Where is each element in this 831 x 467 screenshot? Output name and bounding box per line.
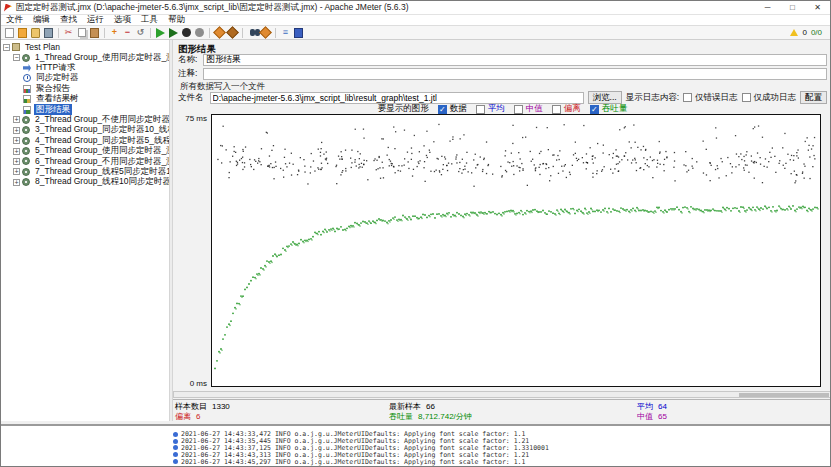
expand-handle-icon[interactable]: + [13, 179, 20, 186]
tree-item-8[interactable]: +3_Thread Group_同步定时器10_线程5_测试执行持续10s [1, 125, 169, 135]
tree-item-label: 7_Thread Group_线程5同步定时器10_测试执行10次 [33, 167, 169, 177]
tree-item-graph-results-selected[interactable]: 图形结果 [1, 104, 169, 114]
thread-group-icon [22, 147, 30, 155]
add-icon[interactable]: + [109, 27, 120, 38]
tree-item-7[interactable]: +2_Thread Group_不使用同步定时器_测试执行持续10s [1, 115, 169, 125]
log-text: 2021-06-27 14:43:45,297 INFO o.a.j.g.u.J… [181, 458, 525, 466]
checkbox-box[interactable] [476, 105, 485, 114]
start-no-pauses-icon[interactable] [168, 27, 179, 38]
tree-item-4[interactable]: 聚合报告 [1, 84, 169, 94]
help-book-icon[interactable] [293, 27, 304, 38]
search-reset-icon[interactable] [260, 27, 271, 38]
new-file-icon[interactable] [4, 27, 15, 38]
tree-item-1[interactable]: −1_Thread Group_使用同步定时器_测试执行持续10s [1, 52, 169, 62]
toolbar-separator [58, 28, 59, 38]
menu-item-2[interactable]: 编辑 [28, 14, 55, 26]
stat-样本数目: 样本数目1330 [175, 401, 230, 411]
save-icon[interactable] [43, 27, 54, 38]
test-plan-tree: −Test Plan−1_Thread Group_使用同步定时器_测试执行持续… [1, 40, 169, 421]
collapse-handle-icon[interactable]: − [3, 44, 10, 51]
stat-吞吐量: 吞吐量8,712.742/分钟 [389, 411, 472, 421]
tree-item-2[interactable]: HTTP请求 [1, 63, 169, 73]
stats-band: 样本数目1330偏离6最新样本66吞吐量8,712.742/分钟平均64中值65 [173, 399, 831, 421]
title-bar: 固定定时器测试.jmx (D:\apache-jmeter-5.6.3\jmx_… [1, 1, 830, 15]
errors-only-checkbox[interactable]: 仅错误日志 [683, 92, 738, 104]
name-label: 名称: [178, 54, 197, 66]
templates-icon[interactable] [17, 27, 28, 38]
undo-icon[interactable]: ↺ [135, 27, 146, 38]
tree-item-label: 聚合报告 [34, 84, 72, 94]
tree-item-label: HTTP请求 [34, 63, 77, 73]
clear-all-icon[interactable] [227, 27, 238, 38]
stop-icon[interactable] [181, 27, 192, 38]
search-icon[interactable] [247, 27, 258, 38]
name-input[interactable] [203, 54, 827, 66]
tree-item-0[interactable]: −Test Plan [1, 42, 169, 52]
tree-item-10[interactable]: +5_Thread Group_使用同步定时器_测试执行10次 [1, 146, 169, 156]
stat-value: 8,712.742/分钟 [418, 411, 472, 422]
stat-value: 64 [658, 402, 667, 411]
expand-handle-icon[interactable]: + [13, 158, 20, 165]
tree-item-label: 2_Thread Group_不使用同步定时器_测试执行持续10s [33, 115, 169, 125]
remove-icon[interactable]: − [122, 27, 133, 38]
copy-icon[interactable] [76, 27, 87, 38]
menu-item-3[interactable]: 查找 [55, 14, 82, 26]
expand-handle-icon[interactable]: + [13, 168, 20, 175]
menu-item-6[interactable]: 工具 [136, 14, 163, 26]
tree-item-11[interactable]: +6_Thread Group_不用同步定时器_测试执行10次 [1, 156, 169, 166]
info-icon [173, 459, 178, 464]
warning-icon[interactable] [790, 29, 798, 36]
comment-input[interactable] [203, 68, 827, 80]
toolbar: ✂+−↺≡00/0 [1, 26, 830, 40]
menu-item-7[interactable]: 帮助 [163, 14, 190, 26]
success-only-checkbox[interactable]: 仅成功日志 [742, 92, 797, 104]
tree-item-label: 6_Thread Group_不用同步定时器_测试执行10次 [33, 156, 169, 166]
menu-item-1[interactable]: 文件 [1, 14, 28, 26]
success-only-checkbox-box[interactable] [742, 93, 751, 102]
stat-label: 偏离 [175, 411, 191, 422]
expand-handle-icon[interactable]: + [13, 137, 20, 144]
cut-icon[interactable]: ✂ [63, 27, 74, 38]
maximize-button[interactable]: □ [780, 1, 805, 14]
expand-handle-icon[interactable]: + [13, 116, 20, 123]
checkbox-box[interactable] [552, 105, 561, 114]
tree-item-label: 查看结果树 [34, 94, 81, 104]
errors-only-checkbox-box[interactable] [683, 93, 692, 102]
checkbox-box[interactable]: ✓ [438, 105, 447, 114]
checkbox-box[interactable]: ✓ [590, 105, 599, 114]
tree-item-5[interactable]: 查看结果树 [1, 94, 169, 104]
active-threads-count: 0/0 [811, 28, 822, 37]
filename-input[interactable] [210, 92, 584, 104]
filename-label: 文件名 [178, 92, 204, 104]
start-icon[interactable] [155, 27, 166, 38]
tree-item-9[interactable]: +4_Thread Group_同步定时器5_线程10_测试执行持续10s [1, 136, 169, 146]
expand-handle-icon[interactable]: + [13, 148, 20, 155]
stat-value: 66 [426, 402, 435, 411]
checkbox-box[interactable] [514, 105, 523, 114]
close-button[interactable]: ✕ [805, 1, 830, 14]
open-file-icon[interactable] [30, 27, 41, 38]
expand-handle-icon[interactable]: + [13, 127, 20, 134]
collapse-handle-icon[interactable]: − [13, 54, 20, 61]
graph-icon [23, 106, 31, 114]
shutdown-icon[interactable] [194, 27, 205, 38]
menu-item-5[interactable]: 选项 [109, 14, 136, 26]
tree-item-13[interactable]: +8_Thread Group_线程10同步定时器5_测试执行10次 [1, 177, 169, 187]
info-icon [173, 439, 178, 444]
menu-item-4[interactable]: 运行 [82, 14, 109, 26]
paste-icon[interactable] [89, 27, 100, 38]
stat-value: 6 [196, 412, 200, 421]
tree-item-12[interactable]: +7_Thread Group_线程5同步定时器10_测试执行10次 [1, 167, 169, 177]
thread-group-icon [22, 178, 30, 186]
clear-icon[interactable] [214, 27, 225, 38]
thread-group-icon [22, 157, 30, 165]
jmeter-logo-icon [4, 4, 12, 12]
y-axis-min-label: 0 ms [179, 379, 207, 388]
log-viewer: 2021-06-27 14:43:33,472 INFO o.a.j.g.u.J… [1, 424, 831, 467]
tree-item-3[interactable]: 同步定时器 [1, 73, 169, 83]
minimize-button[interactable]: ─ [755, 1, 780, 14]
scrollbar-thumb[interactable] [739, 393, 829, 397]
window-title: 固定定时器测试.jmx (D:\apache-jmeter-5.6.3\jmx_… [16, 2, 409, 14]
graph-horizontal-scrollbar [173, 391, 831, 398]
toggle-loggers-icon[interactable]: ≡ [280, 27, 291, 38]
